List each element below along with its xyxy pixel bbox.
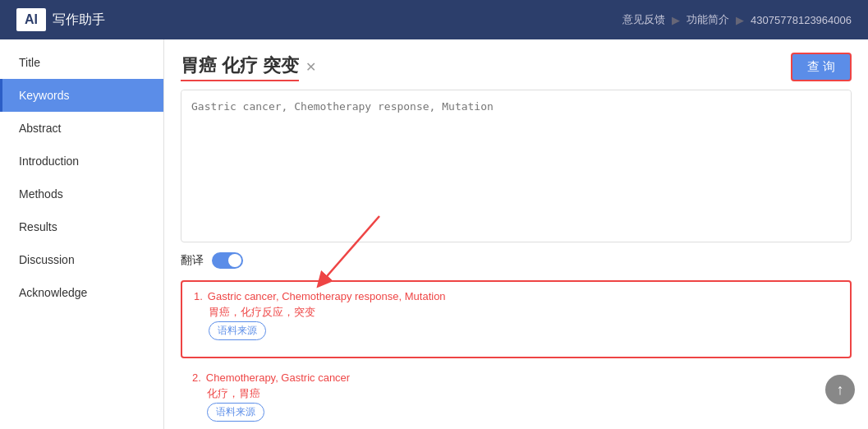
feedback-link[interactable]: 意见反馈 [622, 12, 665, 27]
toggle-knob [228, 254, 241, 267]
keywords-textarea[interactable] [181, 90, 851, 238]
sidebar-item-acknowledge[interactable]: Acknowledge [0, 276, 163, 309]
scroll-top-button[interactable]: ↑ [825, 375, 855, 404]
translate-toggle[interactable] [212, 252, 243, 269]
sidebar-item-keywords[interactable]: Keywords [0, 79, 163, 112]
keywords-title: 胃癌 化疗 突变 [181, 53, 299, 81]
toggle-row: 翻译 [181, 252, 852, 269]
sidebar-item-title[interactable]: Title [0, 46, 163, 79]
logo-icon: AI [16, 8, 46, 31]
clear-button[interactable]: ✕ [305, 59, 316, 75]
sep1: ▶ [672, 14, 680, 26]
content-area: 胃癌 化疗 突变 ✕ 查 询 翻译 [164, 39, 868, 429]
query-button[interactable]: 查 询 [791, 53, 852, 81]
sidebar: Title Keywords Abstract Introduction Met… [0, 39, 164, 429]
result-1-zh: 胃癌，化疗反应，突变 [209, 306, 315, 318]
sidebar-item-results[interactable]: Results [0, 210, 163, 243]
result-item-1: 1. Gastric cancer, Chemotherapy response… [194, 290, 838, 340]
header: AI 写作助手 意见反馈 ▶ 功能简介 ▶ 43075778123964006 [0, 0, 868, 39]
sidebar-item-methods[interactable]: Methods [0, 178, 163, 210]
result-1-source-tag[interactable]: 语料来源 [209, 321, 266, 340]
header-nav: 意见反馈 ▶ 功能简介 ▶ 43075778123964006 [622, 12, 852, 27]
textarea-wrapper [181, 90, 852, 242]
main-layout: Title Keywords Abstract Introduction Met… [0, 39, 868, 429]
result-1-en: Gastric cancer, Chemotherapy response, M… [208, 290, 446, 302]
sidebar-item-discussion[interactable]: Discussion [0, 243, 163, 276]
logo: AI 写作助手 [16, 8, 105, 31]
result-2-zh: 化疗，胃癌 [207, 387, 260, 399]
sep2: ▶ [736, 14, 744, 26]
sidebar-item-introduction[interactable]: Introduction [0, 145, 163, 178]
sidebar-item-abstract[interactable]: Abstract [0, 112, 163, 145]
keywords-header: 胃癌 化疗 突变 ✕ 查 询 [181, 53, 852, 81]
result-item-2: 2. Chemotherapy, Gastric cancer 化疗，胃癌 语料… [181, 367, 852, 427]
user-id: 43075778123964006 [751, 14, 852, 26]
results-section: 1. Gastric cancer, Chemotherapy response… [181, 280, 852, 358]
result-2-source-tag[interactable]: 语料来源 [207, 403, 264, 422]
logo-text: 写作助手 [53, 12, 105, 29]
toggle-label: 翻译 [181, 253, 204, 268]
result-1-number: 1. [194, 290, 203, 304]
result-2-en: Chemotherapy, Gastric cancer [206, 371, 350, 384]
result-2-number: 2. [192, 371, 201, 385]
features-link[interactable]: 功能简介 [687, 12, 729, 27]
